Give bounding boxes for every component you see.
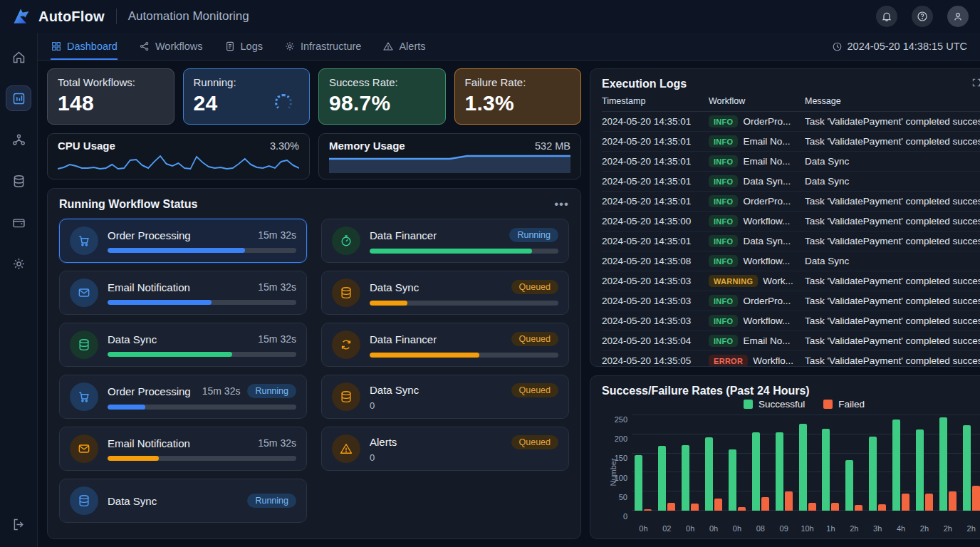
- x-tick: 2h: [843, 524, 866, 533]
- y-axis: Number 250200150100500: [602, 415, 632, 521]
- log-row[interactable]: 2024-05-20 14:35:01 INFOData Syn... Data…: [602, 172, 980, 192]
- workflow-elapsed-time: 15m 32s: [258, 333, 296, 345]
- mail-icon: [77, 286, 91, 300]
- status-badge: Queued: [511, 280, 558, 294]
- progress-bar: [370, 353, 558, 358]
- y-tick: 0: [623, 512, 627, 521]
- log-timestamp: 2024-05-20 14:35:03: [602, 316, 709, 326]
- log-row[interactable]: 2024-05-20 14:35:00 INFOWorkflow... Task…: [602, 212, 980, 231]
- brand-name: AutoFlow: [38, 9, 105, 25]
- app-header: AutoFlow Automation Monitoring: [0, 0, 980, 33]
- log-row[interactable]: 2024-05-20 14:35:01 INFOData Syn... Task…: [602, 231, 980, 251]
- log-level-badge: INFO: [709, 235, 738, 247]
- x-tick: 08: [749, 524, 772, 533]
- workflow-card-data-sync[interactable]: Data Sync 15m 32s: [59, 323, 307, 367]
- bar-failed: [925, 494, 933, 511]
- memory-usage-title: Memory Usage: [329, 140, 405, 152]
- y-tick: 250: [615, 415, 627, 424]
- notifications-button[interactable]: [876, 6, 897, 27]
- log-row[interactable]: 2024-05-20 14:35:03 WARNINGWork... Task …: [602, 271, 980, 291]
- log-timestamp: 2024-05-20 14:35:03: [602, 276, 709, 286]
- log-row[interactable]: 2024-05-20 14:35:01 INFOOrderPro... Task…: [602, 192, 980, 212]
- tab-dashboard[interactable]: Dashboard: [51, 33, 118, 60]
- log-level-badge: ERROR: [709, 355, 748, 367]
- tab-workflows[interactable]: Workflows: [139, 33, 203, 60]
- workflow-card-data-financer[interactable]: Data Financer Queued: [321, 323, 569, 367]
- tab-logs[interactable]: Logs: [224, 33, 263, 60]
- alert-triangle-icon: [339, 442, 353, 456]
- database-icon: [70, 330, 98, 359]
- help-button[interactable]: [912, 6, 933, 27]
- log-row[interactable]: 2024-05-20 14:35:05 ERRORWorkflo... Task…: [602, 351, 980, 367]
- log-workflow: Data Syn...: [743, 236, 791, 246]
- logs-header-row: Timestamp Workflow Message: [602, 93, 980, 112]
- log-workflow: Workflo...: [753, 355, 793, 366]
- memory-usage-card: Memory Usage 532 MB: [318, 133, 581, 179]
- log-level-badge: INFO: [709, 335, 738, 347]
- log-workflow: Workflow...: [743, 216, 790, 226]
- log-workflow: OrderPro...: [743, 296, 791, 306]
- bar-successful: [799, 424, 807, 511]
- workflow-card-alerts[interactable]: Alerts Queued 0: [321, 427, 569, 471]
- workflow-card-data-financer[interactable]: Data Financer Running: [321, 219, 569, 263]
- bar-group: [726, 415, 749, 511]
- timer-icon: [332, 226, 360, 255]
- x-tick: 0h: [632, 524, 655, 533]
- log-row[interactable]: 2024-05-20 14:35:01 INFOEmail No... Data…: [602, 152, 980, 172]
- sidebar-item-home[interactable]: [6, 44, 31, 70]
- sidebar-item-jobs[interactable]: [6, 209, 31, 235]
- progress-bar: [108, 456, 296, 461]
- status-badge: Running: [509, 228, 558, 242]
- status-badge: Queued: [511, 332, 558, 346]
- sidebar-item-logout[interactable]: [6, 511, 31, 537]
- log-row[interactable]: 2024-05-20 14:35:03 INFOWorkflow... Task…: [602, 311, 980, 331]
- cart-icon: [70, 382, 98, 411]
- x-tick: 0h: [726, 524, 749, 533]
- log-row[interactable]: 2024-05-20 14:35:04 INFOEmail No... Task…: [602, 331, 980, 351]
- log-workflow: Email No...: [743, 335, 790, 346]
- workflow-card-data-sync[interactable]: Data Sync Queued: [321, 271, 569, 315]
- x-tick: 10h: [796, 524, 819, 533]
- x-tick: 3h: [866, 524, 890, 533]
- tab-alerts[interactable]: Alerts: [382, 33, 425, 60]
- log-row[interactable]: 2024-05-20 14:35:08 INFOWorkflow... Data…: [602, 251, 980, 271]
- sidebar-item-workflows[interactable]: [6, 127, 31, 152]
- workflow-panel-menu-button[interactable]: •••: [554, 201, 569, 208]
- log-workflow: Email No...: [743, 156, 790, 167]
- expand-icon[interactable]: [971, 78, 980, 90]
- workflow-card-order-processing[interactable]: Order Processing 15m 32s Running: [59, 375, 307, 419]
- gear-icon: [284, 41, 296, 52]
- log-row[interactable]: 2024-05-20 14:35:03 INFOOrderPro... Task…: [602, 291, 980, 311]
- workflow-card-email-notification[interactable]: Email Notification 15m 32s: [59, 427, 307, 471]
- workflow-name: Order Processing: [108, 385, 195, 397]
- log-message: Task 'ValidatePayment' completed success…: [805, 335, 980, 346]
- tab-infrastructure[interactable]: Infrastructure: [284, 33, 361, 60]
- bell-icon: [881, 11, 892, 22]
- x-tick: 4h: [890, 524, 913, 533]
- database-icon: [339, 390, 353, 404]
- cart-icon: [77, 234, 91, 248]
- sidebar-item-settings[interactable]: [6, 251, 31, 276]
- sidebar-item-database[interactable]: [6, 168, 31, 194]
- workflow-card-data-sync[interactable]: Data Sync Running: [59, 479, 307, 523]
- share-nodes-icon: [139, 41, 150, 52]
- memory-usage-value: 532 MB: [535, 140, 570, 152]
- log-timestamp: 2024-05-20 14:35:04: [602, 335, 709, 346]
- log-level-badge: INFO: [709, 115, 738, 127]
- bar-successful: [682, 445, 689, 511]
- workflow-card-email-notification[interactable]: Email Notification 15m 32s: [59, 271, 307, 315]
- log-row[interactable]: 2024-05-20 14:35:01 INFOEmail No... Task…: [602, 132, 980, 152]
- bar-group: [749, 415, 772, 511]
- workflow-card-order-processing[interactable]: Order Processing 15m 32s: [59, 219, 307, 263]
- sidebar-item-dashboard[interactable]: [6, 85, 31, 111]
- user-avatar[interactable]: [947, 6, 969, 27]
- workflow-name: Email Notification: [108, 281, 251, 293]
- x-tick: 2h: [959, 524, 980, 533]
- workflow-card-data-sync[interactable]: Data Sync Queued 0: [321, 375, 569, 419]
- sync-icon: [332, 330, 360, 359]
- workflow-name: Data Financer: [370, 229, 502, 241]
- database-icon: [332, 382, 360, 411]
- log-level-badge: INFO: [709, 295, 738, 307]
- log-row[interactable]: 2024-05-20 14:35:01 INFOOrderPro... Task…: [602, 112, 980, 132]
- bar-successful: [752, 432, 760, 511]
